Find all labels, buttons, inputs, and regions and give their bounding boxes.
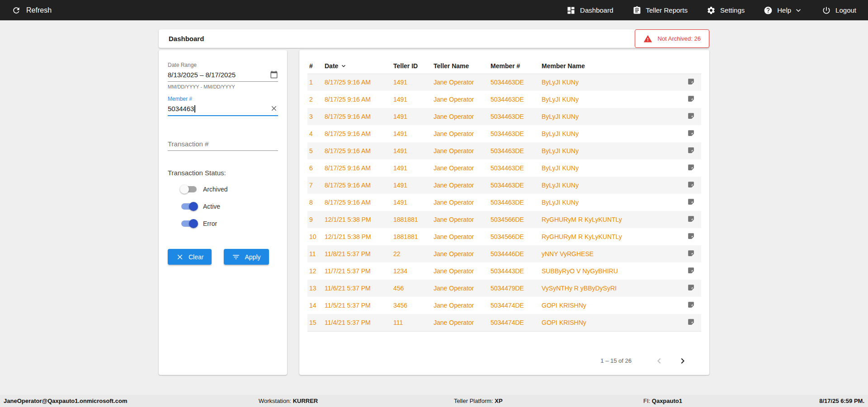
table-row[interactable]: 1 8/17/25 9:16 AM 1491 Jane Operator 503… <box>307 74 701 91</box>
row-number: 15 <box>307 314 323 331</box>
note-icon[interactable] <box>687 234 695 241</box>
row-teller-id: 1491 <box>392 194 432 211</box>
toggle-error[interactable]: Error <box>181 220 278 227</box>
row-number: 4 <box>307 125 323 142</box>
chevron-right-icon <box>677 356 688 366</box>
row-number: 5 <box>307 142 323 159</box>
row-teller-name: Jane Operator <box>432 297 489 314</box>
status-bar: JaneOperator@Qaxpauto1.onmicrosoft.com W… <box>0 395 868 407</box>
row-teller-name: Jane Operator <box>432 280 489 297</box>
logged-in-user: JaneOperator@Qaxpauto1.onmicrosoft.com <box>4 398 259 404</box>
note-icon[interactable] <box>687 97 695 104</box>
table-row[interactable]: 6 8/17/25 9:16 AM 1491 Jane Operator 503… <box>307 159 701 177</box>
table-row[interactable]: 12 11/7/21 5:37 PM 1234 Jane Operator 50… <box>307 262 701 280</box>
table-row[interactable]: 9 12/1/21 5:38 PM 1881881 Jane Operator … <box>307 211 701 228</box>
calendar-icon[interactable] <box>270 70 278 79</box>
page-title: Dashboard <box>169 35 204 42</box>
note-icon[interactable] <box>687 303 695 310</box>
note-icon[interactable] <box>687 131 695 138</box>
apply-button[interactable]: Apply <box>224 249 269 265</box>
column-header-teller-name: Teller Name <box>432 58 489 74</box>
toggle-switch[interactable] <box>181 203 197 210</box>
table-row[interactable]: 7 8/17/25 9:16 AM 1491 Jane Operator 503… <box>307 177 701 194</box>
table-row[interactable]: 8 8/17/25 9:16 AM 1491 Jane Operator 503… <box>307 194 701 211</box>
note-icon[interactable] <box>687 285 695 293</box>
note-icon[interactable] <box>687 320 695 327</box>
toggle-archived-label: Archived <box>203 186 227 193</box>
row-teller-id: 1491 <box>392 177 432 194</box>
nav-dashboard[interactable]: Dashboard <box>566 6 613 15</box>
column-header-date[interactable]: Date <box>323 58 392 74</box>
row-teller-id: 1491 <box>392 159 432 177</box>
row-member-number: 5034443DE <box>489 262 540 280</box>
next-page-button[interactable] <box>677 355 689 367</box>
row-teller-name: Jane Operator <box>432 228 489 245</box>
row-member-number: 5034463DE <box>489 177 540 194</box>
chevron-down-icon <box>794 6 803 15</box>
row-date: 8/17/25 9:16 AM <box>323 159 392 177</box>
row-member-name: ByLyJI KUNy <box>540 159 676 177</box>
table-row[interactable]: 4 8/17/25 9:16 AM 1491 Jane Operator 503… <box>307 125 701 142</box>
row-teller-id: 1234 <box>392 262 432 280</box>
toggle-switch[interactable] <box>181 186 197 192</box>
pagination: 1 – 15 of 26 <box>307 355 701 367</box>
row-teller-id: 1491 <box>392 142 432 159</box>
row-number: 8 <box>307 194 323 211</box>
transaction-number-field[interactable]: Transaction # <box>168 138 278 151</box>
row-member-number: 5034463DE <box>489 108 540 125</box>
date-range-field[interactable]: Date Range 8/13/2025 – 8/17/2025 MM/DD/Y… <box>168 62 278 89</box>
row-member-name: GOPI KRISHNy <box>540 314 676 331</box>
row-teller-name: Jane Operator <box>432 108 489 125</box>
date-range-hint: MM/DD/YYYY - MM/DD/YYYY <box>168 84 278 89</box>
row-member-name: ByLyJI KUNy <box>540 91 676 108</box>
member-number-field[interactable]: Member # 5034463 <box>168 96 278 116</box>
note-icon[interactable] <box>687 182 695 190</box>
chevron-left-icon <box>654 356 665 366</box>
table-row[interactable]: 3 8/17/25 9:16 AM 1491 Jane Operator 503… <box>307 108 701 125</box>
toggle-switch[interactable] <box>181 220 197 227</box>
help-icon <box>764 6 773 15</box>
row-member-name: SUBByRyO V NyGyBHIRU <box>540 262 676 280</box>
table-row[interactable]: 5 8/17/25 9:16 AM 1491 Jane Operator 503… <box>307 142 701 159</box>
member-number-label: Member # <box>168 96 278 102</box>
table-row[interactable]: 15 11/4/21 5:37 PM 111 Jane Operator 503… <box>307 314 701 331</box>
clear-button[interactable]: Clear <box>168 249 212 265</box>
note-icon[interactable] <box>687 114 695 121</box>
row-date: 11/5/21 5:37 PM <box>323 297 392 314</box>
row-teller-id: 1491 <box>392 91 432 108</box>
row-member-number: 5034446DE <box>489 245 540 262</box>
nav-settings[interactable]: Settings <box>707 6 745 15</box>
table-row[interactable]: 13 11/6/21 5:37 PM 456 Jane Operator 503… <box>307 280 701 297</box>
not-archived-badge[interactable]: Not Archived: 26 <box>635 29 709 48</box>
note-icon[interactable] <box>687 251 695 258</box>
note-icon[interactable] <box>687 148 695 155</box>
toggle-active[interactable]: Active <box>181 203 278 210</box>
note-icon[interactable] <box>687 165 695 173</box>
transaction-status-heading: Transaction Status: <box>168 169 278 177</box>
clear-field-icon[interactable] <box>270 104 278 112</box>
row-member-number: 5034479DE <box>489 280 540 297</box>
table-row[interactable]: 10 12/1/21 5:38 PM 1881881 Jane Operator… <box>307 228 701 245</box>
row-teller-id: 1491 <box>392 74 432 91</box>
note-icon[interactable] <box>687 217 695 224</box>
row-teller-id: 3456 <box>392 297 432 314</box>
table-row[interactable]: 14 11/5/21 5:37 PM 3456 Jane Operator 50… <box>307 297 701 314</box>
row-teller-id: 1881881 <box>392 228 432 245</box>
note-icon[interactable] <box>687 200 695 207</box>
note-icon[interactable] <box>687 268 695 276</box>
previous-page-button[interactable] <box>653 355 665 367</box>
table-row[interactable]: 11 11/8/21 5:37 PM 22 Jane Operator 5034… <box>307 245 701 262</box>
row-number: 7 <box>307 177 323 194</box>
nav-logout[interactable]: Logout <box>822 6 856 15</box>
current-datetime: 8/17/25 6:59 PM. <box>819 398 864 404</box>
nav-help[interactable]: Help <box>764 6 803 15</box>
row-number: 12 <box>307 262 323 280</box>
note-icon[interactable] <box>687 80 695 87</box>
column-header-num: # <box>307 58 323 74</box>
table-row[interactable]: 2 8/17/25 9:16 AM 1491 Jane Operator 503… <box>307 91 701 108</box>
toggle-archived[interactable]: Archived <box>181 186 278 193</box>
refresh-button[interactable]: Refresh <box>12 6 52 15</box>
toggle-active-label: Active <box>203 203 220 210</box>
row-member-number: 5034463DE <box>489 74 540 91</box>
nav-teller-reports[interactable]: Teller Reports <box>632 6 688 15</box>
